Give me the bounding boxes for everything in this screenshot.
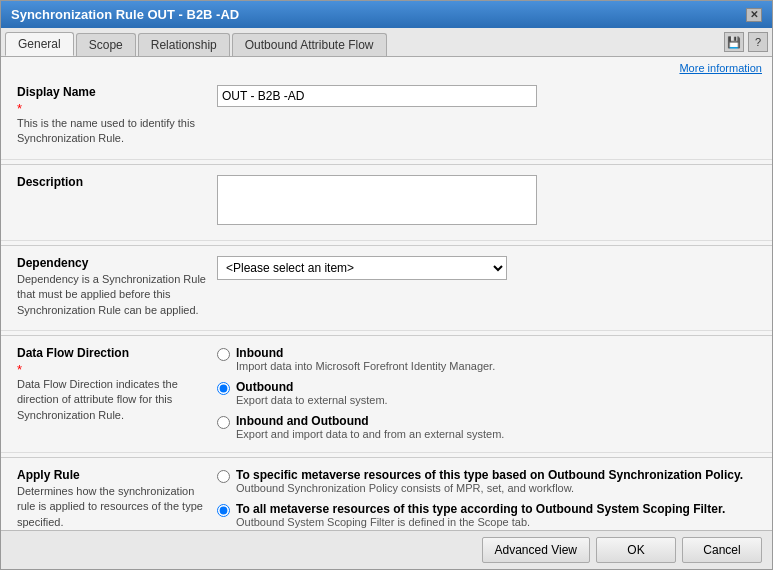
dependency-section: Dependency Dependency is a Synchronizati…	[1, 250, 772, 331]
radio-all-input[interactable]	[217, 504, 230, 517]
apply-rule-label-col: Apply Rule Determines how the synchroniz…	[17, 468, 217, 530]
dependency-select[interactable]: <Please select an item>	[217, 256, 507, 280]
description-textarea[interactable]	[217, 175, 537, 225]
radio-all: To all metaverse resources of this type …	[217, 502, 756, 528]
radio-inbound-label: Inbound	[236, 346, 495, 360]
divider-4	[1, 457, 772, 458]
radio-outbound: Outbound Export data to external system.	[217, 380, 756, 406]
apply-rule-input-col: To specific metaverse resources of this …	[217, 468, 756, 528]
data-flow-label: Data Flow Direction	[17, 346, 207, 360]
more-info-bar: More information	[1, 57, 772, 79]
display-name-label: Display Name	[17, 85, 207, 99]
description-label: Description	[17, 175, 207, 189]
dependency-label: Dependency	[17, 256, 207, 270]
display-name-section: Display Name * This is the name used to …	[1, 79, 772, 160]
data-flow-row: Data Flow Direction * Data Flow Directio…	[17, 346, 756, 440]
tab-outbound[interactable]: Outbound Attribute Flow	[232, 33, 387, 56]
radio-all-label: To all metaverse resources of this type …	[236, 502, 725, 516]
apply-rule-label: Apply Rule	[17, 468, 207, 482]
apply-rule-desc: Determines how the synchronization rule …	[17, 484, 207, 530]
description-label-col: Description	[17, 175, 217, 191]
content-area: More information Display Name * This is …	[1, 57, 772, 530]
cancel-button[interactable]: Cancel	[682, 537, 762, 563]
tab-bar-right: 💾 ?	[724, 32, 768, 56]
radio-outbound-input[interactable]	[217, 382, 230, 395]
help-icon: ?	[755, 36, 761, 48]
display-name-row: Display Name * This is the name used to …	[17, 85, 756, 147]
radio-all-desc: Outbound System Scoping Filter is define…	[236, 516, 725, 528]
radio-inbound-desc: Import data into Microsoft Forefront Ide…	[236, 360, 495, 372]
radio-all-labels: To all metaverse resources of this type …	[236, 502, 725, 528]
divider-2	[1, 245, 772, 246]
display-name-desc: This is the name used to identify this S…	[17, 116, 207, 147]
tab-bar: General Scope Relationship Outbound Attr…	[1, 28, 772, 57]
display-name-input-col	[217, 85, 756, 107]
apply-rule-row: Apply Rule Determines how the synchroniz…	[17, 468, 756, 530]
title-bar: Synchronization Rule OUT - B2B -AD ✕	[1, 1, 772, 28]
display-name-input[interactable]	[217, 85, 537, 107]
apply-rule-radio-group: To specific metaverse resources of this …	[217, 468, 756, 528]
description-section: Description	[1, 169, 772, 241]
data-flow-desc: Data Flow Direction indicates the direct…	[17, 377, 207, 423]
data-flow-radio-group: Inbound Import data into Microsoft Foref…	[217, 346, 756, 440]
tab-relationship[interactable]: Relationship	[138, 33, 230, 56]
radio-inbound-outbound-label: Inbound and Outbound	[236, 414, 504, 428]
divider-1	[1, 164, 772, 165]
dependency-desc: Dependency is a Synchronization Rule tha…	[17, 272, 207, 318]
description-row: Description	[17, 175, 756, 228]
tab-scope[interactable]: Scope	[76, 33, 136, 56]
dialog-title: Synchronization Rule OUT - B2B -AD	[11, 7, 239, 22]
description-input-col	[217, 175, 756, 228]
radio-specific-desc: Outbound Synchronization Policy consists…	[236, 482, 743, 494]
radio-inbound-outbound-input[interactable]	[217, 416, 230, 429]
radio-specific-labels: To specific metaverse resources of this …	[236, 468, 743, 494]
tab-general[interactable]: General	[5, 32, 74, 56]
radio-outbound-desc: Export data to external system.	[236, 394, 388, 406]
data-flow-input-col: Inbound Import data into Microsoft Foref…	[217, 346, 756, 440]
divider-3	[1, 335, 772, 336]
footer: Advanced View OK Cancel	[1, 530, 772, 569]
radio-specific-label: To specific metaverse resources of this …	[236, 468, 743, 482]
radio-inbound-labels: Inbound Import data into Microsoft Foref…	[236, 346, 495, 372]
dependency-select-wrapper: <Please select an item>	[217, 256, 756, 280]
help-icon-button[interactable]: ?	[748, 32, 768, 52]
radio-specific-input[interactable]	[217, 470, 230, 483]
data-flow-section: Data Flow Direction * Data Flow Directio…	[1, 340, 772, 453]
title-bar-buttons: ✕	[746, 8, 762, 22]
display-name-label-col: Display Name * This is the name used to …	[17, 85, 217, 147]
radio-inbound: Inbound Import data into Microsoft Foref…	[217, 346, 756, 372]
radio-inbound-input[interactable]	[217, 348, 230, 361]
data-flow-required-star: *	[17, 362, 22, 377]
dependency-row: Dependency Dependency is a Synchronizati…	[17, 256, 756, 318]
close-button[interactable]: ✕	[746, 8, 762, 22]
radio-inbound-outbound-labels: Inbound and Outbound Export and import d…	[236, 414, 504, 440]
radio-outbound-label: Outbound	[236, 380, 388, 394]
dependency-input-col: <Please select an item>	[217, 256, 756, 280]
radio-inbound-outbound: Inbound and Outbound Export and import d…	[217, 414, 756, 440]
dialog-window: Synchronization Rule OUT - B2B -AD ✕ Gen…	[0, 0, 773, 570]
radio-inbound-outbound-desc: Export and import data to and from an ex…	[236, 428, 504, 440]
save-icon: 💾	[727, 36, 741, 49]
save-icon-button[interactable]: 💾	[724, 32, 744, 52]
data-flow-label-col: Data Flow Direction * Data Flow Directio…	[17, 346, 217, 423]
advanced-view-button[interactable]: Advanced View	[482, 537, 591, 563]
radio-specific: To specific metaverse resources of this …	[217, 468, 756, 494]
apply-rule-section: Apply Rule Determines how the synchroniz…	[1, 462, 772, 530]
required-star: *	[17, 101, 22, 116]
dependency-label-col: Dependency Dependency is a Synchronizati…	[17, 256, 217, 318]
ok-button[interactable]: OK	[596, 537, 676, 563]
more-info-link[interactable]: More information	[679, 62, 762, 74]
radio-outbound-labels: Outbound Export data to external system.	[236, 380, 388, 406]
